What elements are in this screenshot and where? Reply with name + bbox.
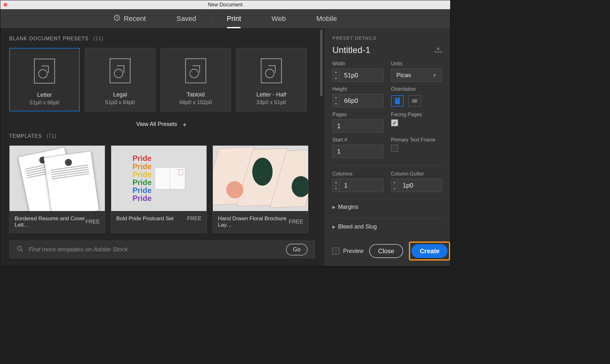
preview-checkbox[interactable]	[332, 248, 339, 255]
tab-recent[interactable]: Recent	[98, 9, 161, 28]
template-thumbnail: PridePridePridePridePridePride	[111, 146, 207, 211]
preset-tabloid[interactable]: Tabloid 66p0 x 102p0	[160, 48, 231, 111]
columns-input[interactable]: ▲▼ 1	[332, 179, 383, 192]
step-up-icon[interactable]: ▲	[333, 69, 339, 76]
svg-rect-3	[110, 59, 130, 83]
templates-heading: TEMPLATES (71)	[9, 133, 315, 139]
svg-point-6	[190, 69, 199, 78]
tab-saved[interactable]: Saved	[161, 9, 211, 28]
scrollbar[interactable]	[320, 30, 322, 96]
facing-pages-checkbox[interactable]	[391, 119, 398, 126]
svg-point-9	[17, 246, 22, 250]
step-down-icon[interactable]: ▼	[391, 186, 398, 192]
step-up-icon[interactable]: ▲	[333, 179, 339, 186]
step-up-icon[interactable]: ▲	[391, 179, 398, 186]
step-down-icon[interactable]: ▼	[333, 101, 339, 107]
svg-point-12	[397, 98, 398, 100]
templates-row: Bordered Resume and Cover Lett…FREE Prid…	[9, 145, 315, 233]
search-icon	[17, 245, 24, 254]
create-button-highlight: Create	[409, 242, 450, 261]
tab-web[interactable]: Web	[256, 9, 301, 28]
plus-icon: ＋	[181, 121, 188, 128]
document-name-input[interactable]: Untitled-1	[332, 45, 370, 55]
svg-rect-5	[186, 59, 206, 83]
gutter-input[interactable]: ▲▼ 1p0	[391, 179, 442, 192]
bleed-slug-accordion[interactable]: ▶Bleed and Slug	[332, 219, 442, 235]
presets-row: Letter 51p0 x 66p0 Legal 51p0 x 84p0 Tab…	[9, 48, 315, 111]
new-document-window: New Document Recent Saved Print Web Mobi…	[0, 0, 451, 267]
window-title: New Document	[0, 2, 450, 8]
margins-accordion[interactable]: ▶Margins	[332, 199, 442, 215]
page-icon	[259, 57, 284, 84]
svg-point-8	[266, 69, 274, 78]
details-heading: PRESET DETAILS	[332, 35, 442, 41]
chevron-right-icon: ▶	[332, 224, 336, 229]
search-placeholder[interactable]: Find more templates on Adobe Stock	[29, 246, 281, 253]
pages-input[interactable]: 1	[332, 119, 383, 133]
template-resume[interactable]: Bordered Resume and Cover Lett…FREE	[9, 145, 105, 233]
create-button[interactable]: Create	[411, 244, 448, 258]
template-pride[interactable]: PridePridePridePridePridePride Bold Prid…	[111, 145, 207, 233]
height-input[interactable]: ▲▼ 66p0	[332, 94, 383, 107]
svg-point-14	[413, 101, 414, 102]
template-search: Find more templates on Adobe Stock Go	[9, 241, 315, 258]
close-button[interactable]: Close	[369, 244, 403, 258]
step-down-icon[interactable]: ▼	[333, 76, 339, 82]
template-thumbnail	[213, 146, 308, 211]
svg-rect-1	[34, 59, 55, 83]
template-thumbnail	[10, 146, 105, 211]
clock-icon	[113, 14, 120, 23]
svg-point-2	[39, 69, 47, 78]
preset-legal[interactable]: Legal 51p0 x 84p0	[85, 48, 155, 111]
presets-heading: BLANK DOCUMENT PRESETS (11)	[9, 36, 315, 42]
tab-print[interactable]: Print	[212, 9, 256, 28]
orientation-landscape[interactable]	[408, 95, 421, 107]
tab-mobile[interactable]: Mobile	[301, 9, 352, 28]
orientation-portrait[interactable]	[391, 95, 404, 107]
start-number-input[interactable]: 1	[332, 145, 383, 158]
svg-rect-7	[261, 59, 281, 83]
preset-letter[interactable]: Letter 51p0 x 66p0	[9, 48, 80, 111]
svg-rect-13	[412, 99, 417, 103]
units-dropdown[interactable]: Picas ▼	[391, 69, 442, 82]
titlebar: New Document	[0, 0, 450, 9]
svg-line-10	[21, 250, 23, 252]
width-input[interactable]: ▲▼ 51p0	[332, 69, 383, 82]
page-icon	[183, 57, 208, 84]
preset-details-panel: PRESET DETAILS Untitled-1 Width ▲▼ 51p0 …	[324, 28, 450, 266]
step-up-icon[interactable]: ▲	[333, 94, 339, 101]
template-brochure[interactable]: Hand Drawn Floral Brochure Lay…FREE	[213, 145, 308, 233]
chevron-right-icon: ▶	[332, 205, 336, 209]
chevron-down-icon: ▼	[432, 73, 437, 78]
step-down-icon[interactable]: ▼	[333, 186, 339, 192]
page-icon	[32, 57, 57, 85]
go-button[interactable]: Go	[286, 244, 308, 255]
page-icon	[108, 57, 132, 84]
save-preset-icon[interactable]	[434, 46, 442, 54]
primary-text-frame-checkbox[interactable]	[391, 145, 398, 152]
category-tabs: Recent Saved Print Web Mobile	[0, 9, 450, 28]
presets-templates-panel: BLANK DOCUMENT PRESETS (11) Letter 51p0 …	[0, 28, 324, 266]
view-all-presets[interactable]: View All Presets ＋	[9, 121, 315, 128]
svg-point-4	[114, 69, 123, 78]
preset-letter-half[interactable]: Letter - Half 33p0 x 51p0	[236, 48, 307, 111]
